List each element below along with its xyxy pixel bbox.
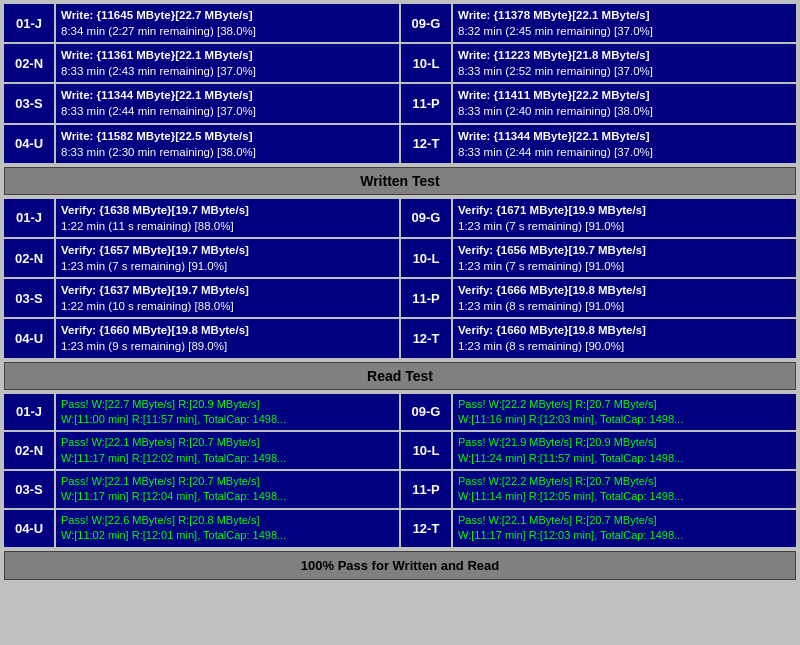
pass-panel: 01-JPass! W:[22.7 MByte/s] R:[20.9 MByte… xyxy=(4,394,796,547)
row-line1: Pass! W:[22.1 MByte/s] R:[20.7 MByte/s] xyxy=(61,474,394,489)
row-content: Verify: {1671 MByte}[19.9 MByte/s]1:23 m… xyxy=(453,199,796,237)
table-row: 12-TPass! W:[22.1 MByte/s] R:[20.7 MByte… xyxy=(401,510,796,547)
table-row: 03-SVerify: {1637 MByte}[19.7 MByte/s]1:… xyxy=(4,279,399,317)
table-row: 11-PWrite: {11411 MByte}[22.2 MByte/s]8:… xyxy=(401,84,796,122)
row-line1: Write: {11361 MByte}[22.1 MByte/s] xyxy=(61,47,394,63)
row-id: 01-J xyxy=(4,4,54,42)
row-id: 10-L xyxy=(401,239,451,277)
row-line1: Verify: {1637 MByte}[19.7 MByte/s] xyxy=(61,282,394,298)
row-line2: W:[11:02 min] R:[12:01 min], TotalCap: 1… xyxy=(61,528,394,543)
row-line1: Verify: {1638 MByte}[19.7 MByte/s] xyxy=(61,202,394,218)
verify-panel: 01-JVerify: {1638 MByte}[19.7 MByte/s]1:… xyxy=(4,199,796,358)
row-content: Write: {11378 MByte}[22.1 MByte/s]8:32 m… xyxy=(453,4,796,42)
row-line1: Verify: {1656 MByte}[19.7 MByte/s] xyxy=(458,242,791,258)
table-row: 02-NWrite: {11361 MByte}[22.1 MByte/s]8:… xyxy=(4,44,399,82)
write-section: 01-JWrite: {11645 MByte}[22.7 MByte/s]8:… xyxy=(4,4,796,163)
row-content: Write: {11645 MByte}[22.7 MByte/s]8:34 m… xyxy=(56,4,399,42)
row-line1: Write: {11411 MByte}[22.2 MByte/s] xyxy=(458,87,791,103)
row-line2: 8:33 min (2:43 min remaining) [37.0%] xyxy=(61,63,394,79)
row-line1: Write: {11344 MByte}[22.1 MByte/s] xyxy=(458,128,791,144)
row-content: Verify: {1638 MByte}[19.7 MByte/s]1:22 m… xyxy=(56,199,399,237)
row-line2: 1:23 min (8 s remaining) [91.0%] xyxy=(458,298,791,314)
table-row: 01-JWrite: {11645 MByte}[22.7 MByte/s]8:… xyxy=(4,4,399,42)
row-line2: W:[11:17 min] R:[12:02 min], TotalCap: 1… xyxy=(61,451,394,466)
row-content: Pass! W:[22.1 MByte/s] R:[20.7 MByte/s]W… xyxy=(56,471,399,508)
write-panel: 01-JWrite: {11645 MByte}[22.7 MByte/s]8:… xyxy=(4,4,796,163)
pass-right: 09-GPass! W:[22.2 MByte/s] R:[20.7 MByte… xyxy=(401,394,796,547)
row-content: Pass! W:[22.6 MByte/s] R:[20.8 MByte/s]W… xyxy=(56,510,399,547)
table-row: 09-GVerify: {1671 MByte}[19.9 MByte/s]1:… xyxy=(401,199,796,237)
row-content: Pass! W:[22.7 MByte/s] R:[20.9 MByte/s]W… xyxy=(56,394,399,431)
pass-section: 01-JPass! W:[22.7 MByte/s] R:[20.9 MByte… xyxy=(4,394,796,547)
written-test-divider: Written Test xyxy=(4,167,796,195)
row-id: 03-S xyxy=(4,471,54,508)
row-content: Verify: {1637 MByte}[19.7 MByte/s]1:22 m… xyxy=(56,279,399,317)
row-id: 04-U xyxy=(4,125,54,163)
table-row: 09-GPass! W:[22.2 MByte/s] R:[20.7 MByte… xyxy=(401,394,796,431)
row-line2: W:[11:00 min] R:[11:57 min], TotalCap: 1… xyxy=(61,412,394,427)
row-id: 09-G xyxy=(401,4,451,42)
row-line1: Pass! W:[22.1 MByte/s] R:[20.7 MByte/s] xyxy=(61,435,394,450)
row-line2: 1:23 min (7 s remaining) [91.0%] xyxy=(458,218,791,234)
row-line1: Write: {11378 MByte}[22.1 MByte/s] xyxy=(458,7,791,23)
row-id: 11-P xyxy=(401,84,451,122)
table-row: 04-UWrite: {11582 MByte}[22.5 MByte/s]8:… xyxy=(4,125,399,163)
row-content: Verify: {1660 MByte}[19.8 MByte/s]1:23 m… xyxy=(56,319,399,357)
row-line1: Verify: {1671 MByte}[19.9 MByte/s] xyxy=(458,202,791,218)
row-line1: Pass! W:[21.9 MByte/s] R:[20.9 MByte/s] xyxy=(458,435,791,450)
row-content: Pass! W:[22.2 MByte/s] R:[20.7 MByte/s]W… xyxy=(453,394,796,431)
row-content: Pass! W:[22.1 MByte/s] R:[20.7 MByte/s]W… xyxy=(453,510,796,547)
row-id: 10-L xyxy=(401,44,451,82)
table-row: 10-LPass! W:[21.9 MByte/s] R:[20.9 MByte… xyxy=(401,432,796,469)
row-id: 10-L xyxy=(401,432,451,469)
bottom-label: 100% Pass for Written and Read xyxy=(301,558,499,573)
table-row: 11-PVerify: {1666 MByte}[19.8 MByte/s]1:… xyxy=(401,279,796,317)
row-id: 02-N xyxy=(4,44,54,82)
row-id: 04-U xyxy=(4,319,54,357)
row-line2: W:[11:16 min] R:[12:03 min], TotalCap: 1… xyxy=(458,412,791,427)
row-line2: 8:33 min (2:40 min remaining) [38.0%] xyxy=(458,103,791,119)
table-row: 01-JPass! W:[22.7 MByte/s] R:[20.9 MByte… xyxy=(4,394,399,431)
row-line2: 1:23 min (7 s remaining) [91.0%] xyxy=(458,258,791,274)
read-test-divider: Read Test xyxy=(4,362,796,390)
table-row: 04-UVerify: {1660 MByte}[19.8 MByte/s]1:… xyxy=(4,319,399,357)
row-id: 09-G xyxy=(401,199,451,237)
row-line2: 8:33 min (2:30 min remaining) [38.0%] xyxy=(61,144,394,160)
row-id: 11-P xyxy=(401,279,451,317)
row-line1: Pass! W:[22.2 MByte/s] R:[20.7 MByte/s] xyxy=(458,474,791,489)
read-test-label: Read Test xyxy=(367,368,433,384)
row-line2: 8:32 min (2:45 min remaining) [37.0%] xyxy=(458,23,791,39)
bottom-status: 100% Pass for Written and Read xyxy=(4,551,796,580)
row-line1: Write: {11223 MByte}[21.8 MByte/s] xyxy=(458,47,791,63)
row-line2: W:[11:24 min] R:[11:57 min], TotalCap: 1… xyxy=(458,451,791,466)
row-content: Verify: {1660 MByte}[19.8 MByte/s]1:23 m… xyxy=(453,319,796,357)
row-id: 09-G xyxy=(401,394,451,431)
row-line1: Pass! W:[22.2 MByte/s] R:[20.7 MByte/s] xyxy=(458,397,791,412)
write-right: 09-GWrite: {11378 MByte}[22.1 MByte/s]8:… xyxy=(401,4,796,163)
row-content: Verify: {1656 MByte}[19.7 MByte/s]1:23 m… xyxy=(453,239,796,277)
row-content: Pass! W:[22.2 MByte/s] R:[20.7 MByte/s]W… xyxy=(453,471,796,508)
row-line2: 8:33 min (2:44 min remaining) [37.0%] xyxy=(458,144,791,160)
row-content: Write: {11582 MByte}[22.5 MByte/s]8:33 m… xyxy=(56,125,399,163)
table-row: 01-JVerify: {1638 MByte}[19.7 MByte/s]1:… xyxy=(4,199,399,237)
table-row: 12-TWrite: {11344 MByte}[22.1 MByte/s]8:… xyxy=(401,125,796,163)
main-container: 01-JWrite: {11645 MByte}[22.7 MByte/s]8:… xyxy=(0,0,800,584)
verify-section: 01-JVerify: {1638 MByte}[19.7 MByte/s]1:… xyxy=(4,199,796,358)
table-row: 03-SWrite: {11344 MByte}[22.1 MByte/s]8:… xyxy=(4,84,399,122)
row-content: Write: {11344 MByte}[22.1 MByte/s]8:33 m… xyxy=(56,84,399,122)
row-line1: Write: {11344 MByte}[22.1 MByte/s] xyxy=(61,87,394,103)
row-id: 12-T xyxy=(401,319,451,357)
row-id: 01-J xyxy=(4,199,54,237)
verify-right: 09-GVerify: {1671 MByte}[19.9 MByte/s]1:… xyxy=(401,199,796,358)
row-line1: Verify: {1666 MByte}[19.8 MByte/s] xyxy=(458,282,791,298)
row-content: Write: {11411 MByte}[22.2 MByte/s]8:33 m… xyxy=(453,84,796,122)
row-id: 12-T xyxy=(401,125,451,163)
table-row: 11-PPass! W:[22.2 MByte/s] R:[20.7 MByte… xyxy=(401,471,796,508)
row-content: Write: {11223 MByte}[21.8 MByte/s]8:33 m… xyxy=(453,44,796,82)
row-line2: 8:33 min (2:44 min remaining) [37.0%] xyxy=(61,103,394,119)
row-line2: 1:23 min (8 s remaining) [90.0%] xyxy=(458,338,791,354)
row-line2: 1:23 min (9 s remaining) [89.0%] xyxy=(61,338,394,354)
pass-left: 01-JPass! W:[22.7 MByte/s] R:[20.9 MByte… xyxy=(4,394,399,547)
table-row: 10-LVerify: {1656 MByte}[19.7 MByte/s]1:… xyxy=(401,239,796,277)
table-row: 02-NPass! W:[22.1 MByte/s] R:[20.7 MByte… xyxy=(4,432,399,469)
